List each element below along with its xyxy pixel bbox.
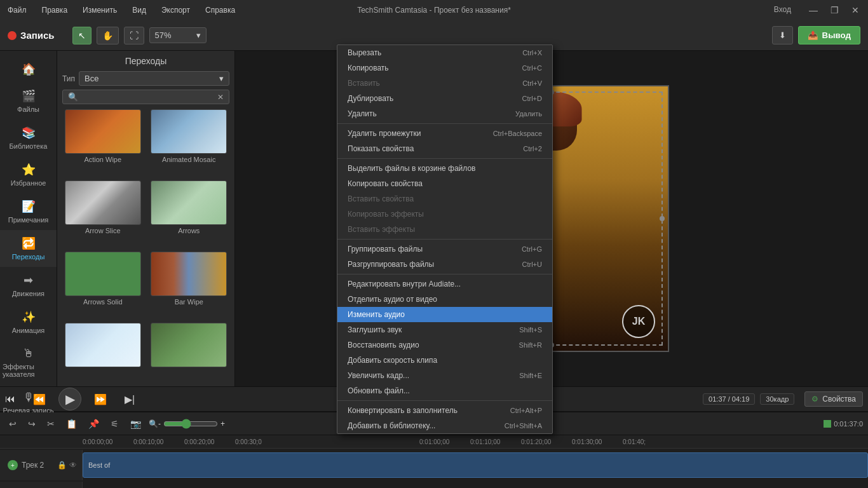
- ctx-paste[interactable]: Вставить Ctrl+V: [337, 76, 552, 91]
- ctx-edit-audiate[interactable]: Редактировать внутри Audiate...: [337, 276, 552, 292]
- ctx-restore-audio[interactable]: Восстановить аудио Shift+R: [337, 337, 552, 353]
- copy-timeline-button[interactable]: 📋: [62, 417, 81, 431]
- transition-item-arrow-slice[interactable]: Arrow Slice: [62, 180, 144, 247]
- handle-right[interactable]: [660, 216, 665, 221]
- transition-item-animated-mosaic[interactable]: Animated Mosaic: [149, 109, 230, 175]
- paste-timeline-button[interactable]: 📌: [85, 417, 103, 431]
- ctx-update-file[interactable]: Обновить файл...: [337, 383, 552, 398]
- record-button[interactable]: Запись: [8, 30, 55, 41]
- download-button[interactable]: ⬇: [772, 26, 793, 44]
- pointer-icon: 🖱: [23, 347, 34, 360]
- ctx-detach-audio-label: Отделить аудио от видео: [348, 295, 437, 304]
- ctx-select-bin[interactable]: Выделить файлы в корзине файлов: [337, 161, 552, 176]
- frame-display: 30кадр: [760, 393, 794, 405]
- transition-thumb-6: [65, 323, 141, 367]
- ctx-ungroup-label: Разгруппировать файлы: [348, 260, 434, 269]
- select-tool-button[interactable]: ↖: [72, 27, 92, 44]
- sidebar-item-library[interactable]: 📚 Библиотека: [0, 119, 57, 156]
- audio-clip[interactable]: Best of: [83, 452, 868, 478]
- sidebar-label-library: Библиотека: [10, 142, 48, 150]
- ctx-delete[interactable]: Удалить Удалить: [337, 106, 552, 121]
- add-track-button[interactable]: +: [8, 460, 18, 470]
- ctx-change-audio[interactable]: Изменить аудио: [337, 307, 552, 322]
- skip-back-button[interactable]: ⏮: [0, 391, 20, 407]
- minimize-button[interactable]: —: [805, 4, 822, 17]
- step-back-button[interactable]: ⏪: [28, 391, 51, 408]
- user-login[interactable]: Вход: [770, 4, 795, 17]
- maximize-button[interactable]: ❐: [827, 4, 843, 17]
- sidebar-item-notes[interactable]: 📝 Примечания: [0, 193, 57, 230]
- sidebar-item-animation[interactable]: ✨ Анимация: [0, 304, 57, 341]
- ctx-cut-shortcut: Ctrl+X: [522, 49, 542, 57]
- ctx-group[interactable]: Группировать файлы Ctrl+G: [337, 241, 552, 257]
- time-ruler: 0:00:00;00 0:00:10;00 0:00:20;00 0:00:30…: [0, 435, 868, 449]
- ctx-copy-props[interactable]: Копировать свойства: [337, 176, 552, 191]
- menu-view[interactable]: Вид: [130, 4, 149, 16]
- menu-export[interactable]: Экспорт: [159, 4, 193, 16]
- ctx-zoom-frame[interactable]: Увеличить кадр... Shift+E: [337, 368, 552, 383]
- sidebar-item-pointer[interactable]: 🖱 Эффекты указателя: [0, 341, 57, 384]
- transition-name-arrow-slice: Arrow Slice: [85, 227, 121, 234]
- snapshot-button[interactable]: 📷: [126, 417, 145, 431]
- menu-edit[interactable]: Правка: [39, 4, 71, 16]
- ctx-mute-label: Заглушить звук: [348, 325, 402, 334]
- transition-item-action-wipe[interactable]: Action Wipe: [62, 109, 144, 175]
- ctx-delete-gaps[interactable]: Удалить промежутки Ctrl+Backspace: [337, 126, 552, 141]
- zoom-selector[interactable]: 57% ▾: [149, 27, 207, 43]
- sidebar-item-home[interactable]: 🏠: [0, 56, 57, 83]
- split-button[interactable]: ⚟: [107, 417, 123, 431]
- ctx-copy-effects[interactable]: Копировать эффекты: [337, 207, 552, 222]
- ctx-zoom-frame-shortcut: Shift+E: [519, 372, 542, 379]
- sidebar-item-transitions[interactable]: 🔁 Переходы: [0, 230, 57, 267]
- ctx-paste-effects[interactable]: Вставить эффекты: [337, 222, 552, 237]
- ctx-duplicate[interactable]: Дублировать Ctrl+D: [337, 91, 552, 106]
- export-label: Вывод: [822, 30, 851, 40]
- ctx-clip-speed[interactable]: Добавить скорость клипа: [337, 353, 552, 368]
- ctx-cut[interactable]: Вырезать Ctrl+X: [337, 45, 552, 60]
- sidebar-item-favorites[interactable]: ⭐ Избранное: [0, 156, 57, 193]
- ctx-paste-effects-label: Вставить эффекты: [348, 225, 415, 234]
- pan-tool-button[interactable]: ✋: [97, 27, 119, 44]
- sidebar-item-files[interactable]: 🎬 Файлы: [0, 83, 57, 119]
- ctx-add-library[interactable]: Добавить в библиотеку... Ctrl+Shift+A: [337, 418, 552, 433]
- menu-help[interactable]: Справка: [203, 4, 238, 16]
- redo-button[interactable]: ↪: [24, 417, 39, 431]
- ctx-paste-props[interactable]: Вставить свойства: [337, 191, 552, 207]
- close-button[interactable]: ✕: [848, 4, 863, 17]
- export-button[interactable]: 📤 Вывод: [798, 26, 860, 44]
- transition-item-bar-wipe[interactable]: Bar Wipe: [149, 252, 230, 318]
- transition-item-7[interactable]: [149, 323, 230, 381]
- sidebar-item-movements[interactable]: ➡ Движения: [0, 267, 57, 304]
- visibility-icon[interactable]: 👁: [69, 461, 77, 470]
- track-body-1[interactable]: [83, 482, 868, 488]
- clear-search-button[interactable]: ✕: [217, 93, 224, 102]
- context-menu: Вырезать Ctrl+X Копировать Ctrl+C Встави…: [337, 44, 553, 434]
- ctx-mute[interactable]: Заглушить звук Shift+S: [337, 322, 552, 337]
- play-button[interactable]: ▶: [58, 388, 81, 410]
- ctx-convert-placeholder[interactable]: Конвертировать в заполнитель Ctrl+Alt+P: [337, 403, 552, 418]
- zoom-slider[interactable]: [163, 419, 218, 429]
- ctx-change-audio-label: Изменить аудио: [348, 310, 405, 319]
- filter-select[interactable]: Все ▾: [79, 71, 229, 86]
- transition-item-6[interactable]: [62, 323, 144, 381]
- cut-button[interactable]: ✂: [43, 417, 58, 431]
- ctx-ungroup[interactable]: Разгруппировать файлы Ctrl+U: [337, 257, 552, 272]
- time-20: 0:00:20;00: [184, 438, 214, 445]
- menu-modify[interactable]: Изменить: [80, 4, 119, 16]
- ctx-copy[interactable]: Копировать Ctrl+C: [337, 60, 552, 76]
- transition-item-arrows[interactable]: Arrows: [149, 180, 230, 247]
- more-playback-button[interactable]: ▶|: [119, 391, 140, 408]
- transition-thumb-animated-mosaic: [151, 109, 227, 154]
- menu-file[interactable]: Файл: [5, 4, 29, 16]
- track-body-2[interactable]: Best of: [83, 450, 868, 480]
- search-input[interactable]: [82, 93, 214, 102]
- undo-button[interactable]: ↩: [5, 417, 20, 431]
- step-forward-button[interactable]: ⏩: [89, 391, 112, 408]
- track-label-2: Трек 2: [22, 461, 44, 470]
- lock-icon[interactable]: 🔒: [57, 461, 67, 470]
- ctx-detach-audio[interactable]: Отделить аудио от видео: [337, 292, 552, 307]
- properties-button[interactable]: ⚙ Свойства: [804, 391, 863, 407]
- ctx-show-props[interactable]: Показать свойства Ctrl+2: [337, 141, 552, 156]
- crop-tool-button[interactable]: ⛶: [124, 27, 144, 44]
- transition-item-arrows-solid[interactable]: Arrows Solid: [62, 252, 144, 318]
